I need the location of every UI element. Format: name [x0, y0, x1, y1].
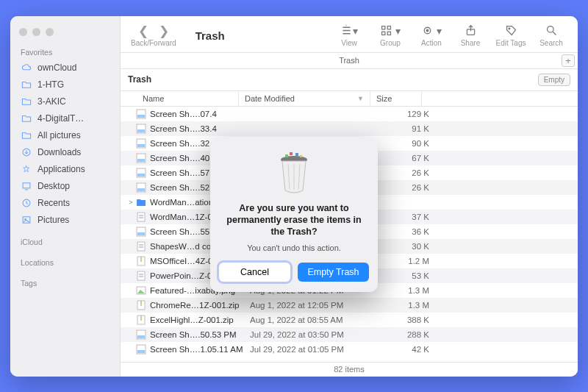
toolbar-search[interactable]: Search: [535, 24, 567, 47]
svg-rect-12: [382, 32, 385, 35]
svg-line-20: [553, 32, 556, 35]
file-size: 42 K: [382, 345, 434, 354]
toolbar-tags[interactable]: Edit Tags: [491, 24, 531, 47]
clock-icon: [21, 198, 32, 209]
svg-rect-33: [137, 213, 145, 221]
toolbar-view[interactable]: ▾ View: [331, 24, 368, 47]
sidebar-item-label: 3-AKIC: [37, 96, 66, 107]
table-row[interactable]: ChromeRe…1Z-001.zipAug 1, 2022 at 12:05 …: [121, 298, 578, 313]
file-name: Screen Sh….07.4: [150, 110, 250, 118]
nav-label: Back/Forward: [131, 39, 176, 47]
sidebar-item-owncloud[interactable]: ownCloud: [10, 60, 120, 76]
file-size: 30 K: [382, 242, 434, 251]
dialog-message: Are you sure you want to permanently era…: [219, 202, 369, 238]
window-controls[interactable]: [10, 22, 120, 45]
svg-rect-55: [137, 350, 145, 353]
sidebar-item-label: Recents: [37, 198, 70, 208]
cancel-button[interactable]: Cancel: [219, 263, 290, 282]
location-label: Trash: [128, 74, 151, 85]
file-size: 1.3 M: [382, 286, 434, 295]
nav-back-forward[interactable]: ❮ ❯ Back/Forward: [131, 24, 176, 47]
close-icon[interactable]: [19, 28, 27, 36]
toolbar-share[interactable]: Share: [454, 24, 487, 47]
file-size: 90 K: [382, 139, 434, 148]
apps-icon: [21, 164, 32, 175]
file-icon: [135, 124, 147, 134]
empty-button[interactable]: Empty: [538, 74, 570, 86]
expand-icon[interactable]: >: [126, 199, 135, 206]
table-row[interactable]: Screen Sh….07.4129 K: [121, 107, 578, 121]
sidebar-item-3-akic[interactable]: 3-AKIC: [10, 93, 120, 110]
empty-trash-button[interactable]: Empty Trash: [298, 263, 369, 282]
column-headers[interactable]: Name Date Modified ▼ Size: [121, 91, 578, 107]
table-row[interactable]: Screen Sh….33.491 K: [121, 121, 578, 136]
svg-rect-38: [137, 242, 145, 251]
sidebar-heading-tags: Tags: [10, 276, 120, 291]
svg-rect-32: [137, 188, 145, 191]
status-bar: 82 items: [121, 362, 578, 377]
sidebar-item-4-digitalt-[interactable]: 4-DigitalT…: [10, 110, 120, 127]
sidebar-item-all-pictures[interactable]: All pictures: [10, 127, 120, 144]
svg-point-15: [426, 29, 429, 32]
svg-rect-2: [23, 183, 30, 188]
zoom-icon[interactable]: [46, 28, 54, 36]
new-tab-button[interactable]: +: [562, 54, 575, 67]
svg-rect-53: [137, 335, 145, 338]
file-name: Screen Sh….33.4: [150, 124, 250, 133]
file-size: 1.2 M: [382, 257, 434, 266]
sidebar-item-label: Applications: [37, 164, 85, 174]
file-icon: [135, 241, 147, 252]
sidebar-item-recents[interactable]: Recents: [10, 195, 120, 212]
empty-trash-dialog: Are you sure you want to permanently era…: [210, 138, 378, 293]
folder-icon: [21, 130, 32, 141]
sort-indicator-icon: ▼: [357, 95, 364, 102]
minimize-icon[interactable]: [32, 28, 40, 36]
folder-icon: [21, 113, 32, 124]
sidebar-item-label: ownCloud: [37, 63, 76, 73]
dialog-subtext: You can't undo this action.: [247, 243, 341, 252]
tab-bar: Trash +: [121, 53, 578, 69]
file-size: 388 K: [382, 316, 434, 324]
svg-rect-51: [140, 316, 142, 321]
forward-icon[interactable]: ❯: [159, 24, 169, 39]
file-size: 1.3 M: [382, 301, 434, 310]
file-size: 53 K: [382, 271, 434, 280]
svg-rect-49: [140, 301, 142, 306]
table-row[interactable]: Screen Sh….1.05.11 AMJul 29, 2022 at 01:…: [121, 342, 578, 357]
sidebar-item-desktop[interactable]: Desktop: [10, 178, 120, 195]
file-icon: [135, 168, 147, 178]
file-icon: [135, 109, 147, 119]
file-icon: [135, 300, 147, 310]
share-icon: [465, 24, 477, 38]
file-name: ExcelHighl…Z-001.zip: [150, 316, 250, 324]
sidebar-item-applications[interactable]: Applications: [10, 161, 120, 178]
back-icon[interactable]: ❮: [138, 24, 148, 39]
svg-rect-24: [137, 129, 145, 132]
tab-trash[interactable]: Trash: [339, 56, 359, 65]
toolbar-action[interactable]: ▾ Action: [413, 24, 450, 47]
svg-rect-37: [137, 232, 145, 235]
col-date[interactable]: Date Modified ▼: [238, 91, 370, 106]
sidebar-item-pictures[interactable]: Pictures: [10, 212, 120, 229]
file-icon: [135, 285, 147, 296]
file-icon: [135, 271, 147, 281]
sidebar: Favorites ownCloud1-HTG3-AKIC4-DigitalT……: [10, 16, 121, 377]
file-icon: [135, 256, 147, 266]
file-size: 67 K: [382, 154, 434, 163]
sidebar-item-label: 1-HTG: [37, 79, 64, 90]
file-icon: [135, 329, 147, 340]
location-row: Trash Empty: [121, 69, 578, 91]
window-title: Trash: [196, 29, 225, 42]
svg-rect-57: [290, 152, 293, 155]
sidebar-item-1-htg[interactable]: 1-HTG: [10, 76, 120, 93]
sidebar-item-downloads[interactable]: Downloads: [10, 144, 120, 161]
col-name[interactable]: Name: [121, 91, 238, 106]
sidebar-item-label: Desktop: [37, 181, 70, 191]
col-size[interactable]: Size: [370, 91, 422, 106]
svg-rect-30: [137, 174, 145, 177]
table-row[interactable]: Screen Sh….50.53 PMJul 29, 2022 at 03:50…: [121, 327, 578, 342]
file-icon: [135, 182, 147, 193]
sidebar-heading-favorites: Favorites: [10, 45, 120, 60]
toolbar-group[interactable]: ▾ Group: [372, 24, 409, 47]
table-row[interactable]: ExcelHighl…Z-001.zipAug 1, 2022 at 08:55…: [121, 313, 578, 327]
